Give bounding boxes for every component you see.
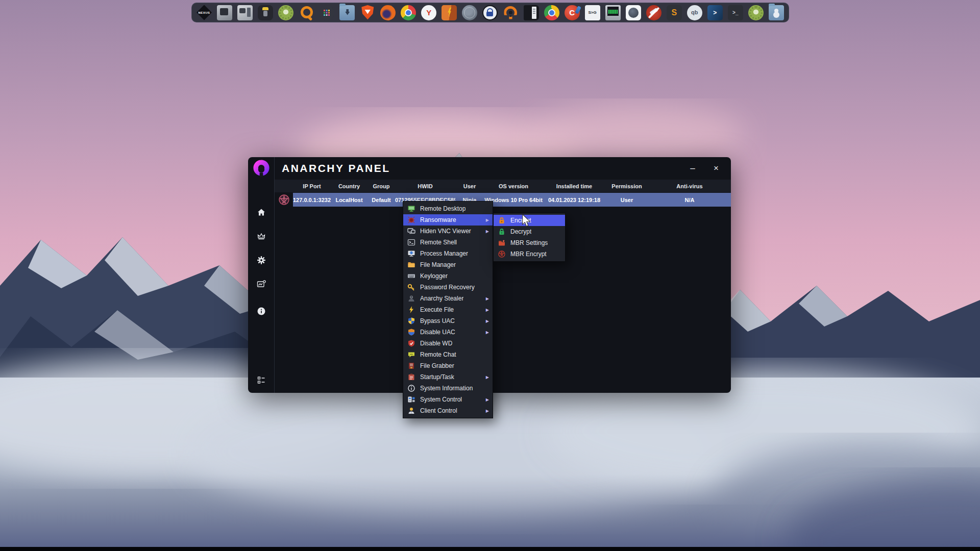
menu-item-label: System Information (420, 385, 473, 392)
desktop: NEXUSYCS>GSqb>>_ ANARCHY PANEL – (0, 0, 980, 551)
menu-item-password-recovery[interactable]: Password Recovery (403, 282, 493, 293)
dual-monitor-icon (407, 227, 415, 235)
menu-item-label: Disable UAC (420, 329, 455, 336)
table-row[interactable]: 127.0.0.1:3232LocalHostDefault0712955EEC… (275, 193, 731, 207)
lock-green-icon (498, 228, 506, 236)
close-button[interactable]: × (704, 157, 728, 180)
downloads-folder-icon[interactable] (339, 5, 355, 20)
person-icon (407, 407, 415, 415)
context-menu: Remote DesktopRansomware▶Hiden VNC Viewe… (403, 201, 493, 418)
lock-orange-icon (498, 216, 506, 224)
menu-item-remote-chat[interactable]: Remote Chat (403, 349, 493, 360)
powershell-icon[interactable]: > (707, 5, 723, 20)
bolt-yellow-icon (407, 306, 415, 314)
ban-hammer-icon[interactable] (646, 5, 662, 20)
minimize-button[interactable]: – (681, 157, 704, 180)
menu-item-file-grabber[interactable]: File Grabber (403, 360, 493, 371)
app-logo-icon (248, 157, 275, 180)
folder-yellow-icon (407, 261, 415, 269)
sidebar-item-crown crown-icon[interactable] (257, 232, 266, 241)
menu-item-decrypt[interactable]: Decrypt (494, 226, 565, 237)
menu-item-label: Keylogger (420, 272, 448, 280)
menu-item-mbr-settings[interactable]: MBR Settings (494, 237, 565, 248)
sidebar-item-settings-gear settings-gear-icon[interactable] (257, 256, 266, 265)
menu-item-disable-wd[interactable]: Disable WD (403, 338, 493, 349)
menu-item-label: Anarchy Stealer (420, 295, 463, 302)
dock: NEXUSYCS>GSqb>>_ (191, 3, 789, 22)
menu-item-execute-file[interactable]: Execute File▶ (403, 304, 493, 315)
menu-item-label: Process Manager (420, 250, 468, 257)
settings-wrench-2-icon[interactable] (748, 5, 764, 20)
menu-item-label: Disable WD (420, 340, 452, 347)
submenu-arrow-icon: ▶ (486, 375, 489, 380)
task-manager-icon[interactable] (605, 5, 621, 20)
menu-item-process-manager[interactable]: Process Manager (403, 248, 493, 259)
monitor-green-icon (407, 205, 415, 213)
titlebar[interactable]: ANARCHY PANEL – × (248, 157, 731, 180)
menu-item-disable-uac[interactable]: Disable UAC▶ (403, 327, 493, 338)
chromium-browser-icon[interactable] (541, 2, 562, 23)
sandbox-tool-icon[interactable] (442, 5, 457, 20)
openvpn-icon[interactable] (503, 5, 518, 20)
firefox-browser-icon[interactable] (380, 5, 396, 20)
menu-item-label: Execute File (420, 306, 454, 313)
menu-item-label: File Manager (420, 261, 456, 268)
submenu-arrow-icon: ▶ (486, 397, 489, 402)
menu-item-startup-task[interactable]: Startup/Task▶ (403, 371, 493, 383)
menu-item-anarchy-stealer[interactable]: Anarchy Stealer▶ (403, 293, 493, 304)
sidebar-item-tasks-list tasks-list-icon[interactable] (257, 375, 266, 385)
menu-item-system-control[interactable]: System Control▶ (403, 394, 493, 405)
notes-book-icon[interactable] (524, 5, 539, 20)
sublime-text-icon[interactable]: S (667, 5, 682, 20)
chat-bubble-icon (407, 350, 415, 359)
screentogif-icon[interactable]: S>G (585, 5, 600, 20)
yandex-browser-icon[interactable]: Y (421, 5, 436, 20)
tor-globe-icon[interactable] (462, 5, 477, 20)
menu-item-remote-shell[interactable]: Remote Shell (403, 237, 493, 248)
menu-item-file-manager[interactable]: File Manager (403, 259, 493, 270)
submenu-arrow-icon: ▶ (486, 296, 489, 301)
menu-item-system-information[interactable]: System Information (403, 383, 493, 394)
menu-item-label: Bypass UAC (420, 317, 455, 324)
menu-item-label: Remote Chat (420, 351, 456, 358)
menu-item-bypass-uac[interactable]: Bypass UAC▶ (403, 315, 493, 327)
column-header-permission: Permission (605, 183, 648, 189)
qbittorrent-icon[interactable]: qb (687, 5, 702, 20)
this-pc-icon[interactable] (217, 5, 232, 20)
menu-item-client-control[interactable]: Client Control▶ (403, 405, 493, 416)
menu-item-label: Client Control (420, 407, 457, 414)
chrome-browser-icon[interactable] (401, 5, 416, 20)
cell-permission: User (605, 197, 648, 203)
submenu-arrow-icon: ▶ (486, 229, 489, 234)
terminal-icon[interactable]: >_ (728, 5, 743, 20)
sidebar (248, 180, 275, 393)
brave-browser-icon[interactable] (360, 5, 375, 20)
app-launcher-icon[interactable] (319, 5, 334, 20)
sidebar-item-home home-icon[interactable] (257, 208, 266, 217)
client-pentagram-icon (275, 193, 293, 207)
menu-item-hiden-vnc-viewer[interactable]: Hiden VNC Viewer▶ (403, 226, 493, 237)
web-globe-icon[interactable] (626, 5, 641, 20)
keepass-icon[interactable] (482, 5, 498, 20)
file-explorer-devices-icon[interactable] (237, 5, 253, 20)
sidebar-item-info info-icon[interactable] (257, 307, 266, 316)
ccleaner-icon[interactable]: C (565, 5, 580, 20)
shield-red-check-icon (407, 339, 415, 347)
nexus-dock-icon[interactable]: NEXUS (197, 5, 212, 20)
menu-item-ransomware[interactable]: Ransomware▶ (403, 214, 493, 226)
menu-item-remote-desktop[interactable]: Remote Desktop (403, 203, 493, 214)
info-circle-icon (407, 384, 415, 392)
ninja-tool-icon[interactable] (258, 5, 273, 20)
search-icon[interactable] (299, 5, 314, 20)
terminal-icon (407, 238, 415, 246)
column-header-group: Group (368, 183, 395, 189)
shared-folder-icon[interactable] (769, 5, 784, 20)
menu-item-keylogger[interactable]: Keylogger (403, 270, 493, 282)
settings-wrench-icon[interactable] (278, 5, 293, 20)
menu-item-mbr-encrypt[interactable]: MBR Encrypt (494, 248, 565, 260)
sidebar-item-builder builder-icon[interactable] (257, 280, 266, 289)
page-title: ANARCHY PANEL (282, 162, 390, 174)
submenu-arrow-icon: ▶ (486, 218, 489, 222)
menu-item-encrypt[interactable]: Encrypt (494, 215, 565, 226)
menu-item-label: MBR Settings (510, 239, 548, 246)
